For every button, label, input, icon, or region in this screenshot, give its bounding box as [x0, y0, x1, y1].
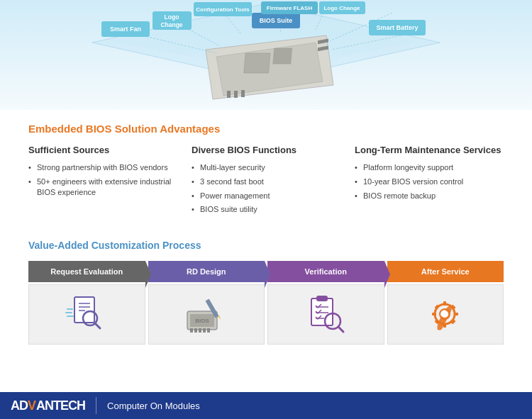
col1-item-1: Strong partnership with BIOS vendors	[28, 162, 177, 173]
svg-rect-53	[311, 298, 333, 325]
footer: ADVANTECH Computer On Modules	[0, 392, 532, 419]
step4-banner: After Service	[387, 261, 504, 282]
svg-text:Logo: Logo	[165, 13, 179, 21]
svg-rect-10	[234, 91, 238, 98]
col2-list: Multi-layer security 3 second fast boot …	[192, 162, 340, 215]
step3-icon-box	[267, 284, 384, 345]
step1-icon-box	[28, 284, 145, 345]
main-content: Embedded BIOS Solution Advantages Suffic…	[0, 110, 532, 240]
svg-text:Smart Battery: Smart Battery	[376, 24, 418, 31]
svg-text:Logo Change: Logo Change	[323, 5, 360, 11]
svg-rect-54	[316, 296, 328, 301]
brand-suffix: ANTECH	[36, 398, 85, 413]
col2-item-1: Multi-layer security	[192, 162, 340, 173]
svg-rect-62	[443, 301, 446, 306]
svg-rect-5	[244, 53, 270, 73]
svg-rect-9	[227, 91, 231, 98]
col-sufficient-sources: Sufficient Sources Strong partnership wi…	[28, 145, 177, 218]
svg-text:Configuration Tools: Configuration Tools	[196, 6, 250, 13]
col3-title: Long-Term Maintenance Services	[355, 145, 504, 157]
value-added-section: Value-Added Customization Process Reques…	[0, 240, 532, 345]
process-steps-row: Request Evaluation	[28, 261, 504, 345]
verification-icon	[303, 291, 349, 337]
svg-text:Change: Change	[160, 21, 182, 28]
svg-rect-11	[241, 90, 245, 97]
step4-icon-box	[387, 284, 504, 345]
col2-item-4: BIOS suite utility	[192, 204, 340, 215]
svg-rect-6	[273, 48, 292, 64]
step1-label: Request Evaluation	[50, 267, 123, 276]
col1-list: Strong partnership with BIOS vendors 50+…	[28, 162, 177, 198]
svg-rect-65	[454, 313, 458, 315]
svg-line-39	[95, 323, 100, 328]
svg-point-70	[441, 311, 448, 318]
col2-item-2: 3 second fast boot	[192, 177, 340, 187]
step2-label: RD Design	[187, 267, 226, 276]
step-rd-design: RD Design BIOS	[148, 261, 265, 345]
footer-logo: ADVANTECH	[11, 398, 85, 413]
svg-text:BIOS Suite: BIOS Suite	[260, 17, 293, 24]
svg-rect-48	[199, 328, 201, 333]
svg-line-59	[338, 327, 343, 332]
brand-prefix: AD	[11, 398, 28, 413]
col1-item-2: 50+ engineers with extensive industrial …	[28, 177, 177, 198]
svg-rect-50	[207, 328, 210, 333]
top-diagram: Smart Fan Logo Change Configuration Tool…	[0, 0, 532, 110]
section-title: Embedded BIOS Solution Advantages	[28, 123, 504, 135]
after-service-icon	[422, 291, 468, 337]
step2-icon-box: BIOS	[148, 284, 265, 345]
svg-rect-64	[432, 313, 436, 315]
step-request-eval: Request Evaluation	[28, 261, 145, 345]
step2-banner: RD Design	[148, 261, 265, 282]
footer-tagline: Computer On Modules	[107, 401, 200, 411]
request-eval-icon	[64, 291, 110, 337]
col3-list: Platform longevity support 10-year BIOS …	[355, 162, 504, 201]
col3-item-2: 10-year BIOS version control	[355, 177, 504, 187]
step1-banner: Request Evaluation	[28, 261, 145, 282]
value-added-title: Value-Added Customization Process	[28, 240, 504, 251]
col2-title: Diverse BIOS Functions	[192, 145, 340, 157]
step3-label: Verification	[305, 267, 347, 276]
brand-highlight: V	[28, 398, 36, 413]
col-diverse-bios: Diverse BIOS Functions Multi-layer secur…	[192, 145, 340, 218]
col3-item-3: BIOS remote backup	[355, 191, 504, 201]
step-after-service: After Service	[387, 261, 504, 345]
step4-label: After Service	[421, 267, 470, 276]
svg-rect-46	[190, 328, 193, 333]
step-verification: Verification	[267, 261, 384, 345]
svg-text:BIOS: BIOS	[195, 318, 209, 324]
step3-banner: Verification	[267, 261, 384, 282]
col1-title: Sufficient Sources	[28, 145, 177, 157]
svg-text:Firmware FLASH: Firmware FLASH	[267, 5, 313, 11]
rd-design-icon: BIOS	[182, 291, 231, 337]
three-col-section: Sufficient Sources Strong partnership wi…	[28, 145, 504, 218]
svg-rect-47	[194, 328, 197, 333]
svg-rect-34	[74, 297, 94, 323]
footer-divider	[96, 397, 96, 414]
svg-text:Smart Fan: Smart Fan	[110, 26, 141, 33]
svg-rect-49	[203, 328, 206, 333]
col-longterm: Long-Term Maintenance Services Platform …	[355, 145, 504, 218]
col2-item-3: Power management	[192, 191, 340, 201]
col3-item-1: Platform longevity support	[355, 162, 504, 173]
